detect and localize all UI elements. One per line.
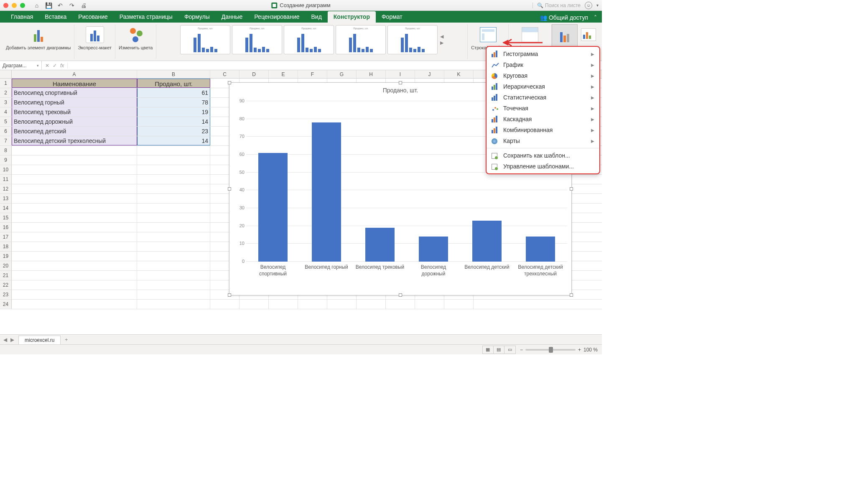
col-header[interactable]: F bbox=[298, 70, 327, 78]
resize-handle[interactable] bbox=[228, 293, 231, 297]
print-icon[interactable]: 🖨 bbox=[80, 2, 87, 9]
cell[interactable] bbox=[269, 300, 298, 309]
cell[interactable] bbox=[415, 300, 444, 309]
resize-handle[interactable] bbox=[399, 293, 402, 297]
col-header[interactable]: C bbox=[210, 70, 239, 78]
tab-вид[interactable]: Вид bbox=[306, 11, 328, 23]
tab-разметка страницы[interactable]: Разметка страницы bbox=[114, 11, 178, 23]
cell[interactable] bbox=[12, 232, 137, 242]
chart-style-thumb[interactable]: Продано, шт. bbox=[284, 25, 334, 54]
cell[interactable] bbox=[386, 300, 415, 309]
cell[interactable] bbox=[12, 290, 137, 299]
add-sheet-button[interactable]: + bbox=[61, 337, 72, 343]
resize-handle[interactable] bbox=[570, 187, 573, 191]
chart-style-thumb[interactable]: Продано, шт. bbox=[387, 25, 438, 54]
col-header[interactable]: I bbox=[386, 70, 415, 78]
tab-рисование[interactable]: Рисование bbox=[72, 11, 114, 23]
cell[interactable] bbox=[137, 290, 210, 299]
cell[interactable] bbox=[137, 280, 210, 290]
search-box[interactable]: 🔍 Поиск на листе bbox=[532, 3, 581, 8]
menu-item-histogram[interactable]: Гистограмма▶ bbox=[487, 48, 599, 59]
chart-bar[interactable] bbox=[472, 221, 502, 262]
cell[interactable] bbox=[298, 300, 327, 309]
cell[interactable] bbox=[327, 300, 357, 309]
quick-layout-button[interactable]: Экспресс-макет bbox=[74, 24, 115, 59]
name-box[interactable]: Диаграм...▾ bbox=[0, 61, 42, 70]
view-buttons[interactable]: ▦ ▤ ▭ bbox=[482, 346, 516, 354]
cell[interactable] bbox=[210, 300, 239, 309]
col-header[interactable]: E bbox=[269, 70, 298, 78]
cell[interactable] bbox=[12, 155, 137, 165]
col-header[interactable]: H bbox=[357, 70, 386, 78]
cell[interactable] bbox=[444, 300, 474, 309]
menu-item-manage-templates[interactable]: Управление шаблонами... bbox=[487, 161, 599, 172]
cell[interactable]: Велосипед спортивный bbox=[12, 88, 137, 97]
change-colors-button[interactable]: Изменить цвета bbox=[115, 24, 156, 59]
cell[interactable] bbox=[137, 223, 210, 232]
cell[interactable] bbox=[137, 252, 210, 261]
cell[interactable] bbox=[137, 175, 210, 184]
cancel-icon[interactable]: ✕ bbox=[45, 63, 49, 69]
sheet-tab[interactable]: microexcel.ru bbox=[18, 336, 61, 344]
cell[interactable] bbox=[12, 204, 137, 213]
cell[interactable]: 61 bbox=[137, 88, 210, 97]
zoom-slider[interactable] bbox=[525, 349, 576, 351]
redo-icon[interactable]: ↷ bbox=[69, 2, 75, 9]
add-chart-element-button[interactable]: Добавить элемент диаграммы bbox=[3, 24, 74, 59]
cell[interactable] bbox=[12, 271, 137, 280]
close-icon[interactable] bbox=[3, 3, 8, 8]
menu-item-map[interactable]: Карты▶ bbox=[487, 135, 599, 146]
cell[interactable] bbox=[137, 232, 210, 242]
zoom-value[interactable]: 100 % bbox=[583, 347, 598, 353]
menu-item-combo[interactable]: Комбинированная▶ bbox=[487, 125, 599, 135]
next-sheet-icon[interactable]: ▶ bbox=[10, 337, 14, 343]
col-header[interactable]: B bbox=[137, 70, 210, 78]
resize-handle[interactable] bbox=[399, 81, 402, 84]
chart-style-thumb[interactable]: Продано, шт. bbox=[180, 25, 230, 54]
chart-bar[interactable] bbox=[365, 228, 395, 262]
confirm-icon[interactable]: ✓ bbox=[53, 63, 57, 69]
cell[interactable] bbox=[12, 175, 137, 184]
cell[interactable] bbox=[137, 184, 210, 193]
cell[interactable] bbox=[12, 194, 137, 203]
tab-формат[interactable]: Формат bbox=[376, 11, 408, 23]
cell[interactable] bbox=[137, 300, 210, 309]
zoom-in-icon[interactable]: + bbox=[578, 347, 581, 353]
menu-item-stat[interactable]: Статистическая▶ bbox=[487, 92, 599, 103]
col-header[interactable]: A bbox=[12, 70, 137, 78]
cell[interactable] bbox=[12, 165, 137, 174]
tab-вставка[interactable]: Вставка bbox=[39, 11, 72, 23]
tab-данные[interactable]: Данные bbox=[216, 11, 249, 23]
home-icon[interactable]: ⌂ bbox=[33, 2, 40, 9]
cell[interactable] bbox=[12, 261, 137, 270]
col-header[interactable]: J bbox=[415, 70, 444, 78]
table-row[interactable]: 24 bbox=[0, 300, 602, 309]
cell[interactable] bbox=[137, 271, 210, 280]
cell[interactable] bbox=[137, 204, 210, 213]
cell[interactable] bbox=[12, 252, 137, 261]
cell[interactable]: Велосипед трековый bbox=[12, 107, 137, 117]
cell[interactable] bbox=[137, 155, 210, 165]
collapse-ribbon-icon[interactable]: ˄ bbox=[594, 14, 597, 21]
cell[interactable] bbox=[12, 223, 137, 232]
cell[interactable]: 19 bbox=[137, 107, 210, 117]
cell[interactable]: Велосипед дорожный bbox=[12, 117, 137, 126]
menu-item-save-template[interactable]: Сохранить как шаблон... bbox=[487, 150, 599, 161]
cell[interactable]: Наименование bbox=[12, 79, 137, 88]
page-break-icon[interactable]: ▭ bbox=[504, 346, 515, 354]
menu-item-waterfall[interactable]: Каскадная▶ bbox=[487, 114, 599, 125]
page-layout-icon[interactable]: ▤ bbox=[494, 346, 504, 354]
col-header[interactable]: G bbox=[327, 70, 357, 78]
share-button[interactable]: 👥 Общий доступ bbox=[540, 14, 588, 21]
cell[interactable] bbox=[12, 146, 137, 155]
cell[interactable] bbox=[12, 300, 137, 309]
prev-sheet-icon[interactable]: ◀ bbox=[3, 337, 7, 343]
chart-bar[interactable] bbox=[526, 237, 555, 262]
cell[interactable] bbox=[12, 184, 137, 193]
tab-рецензирование[interactable]: Рецензирование bbox=[248, 11, 305, 23]
tab-конструктор[interactable]: Конструктор bbox=[328, 11, 376, 23]
chart-bar[interactable] bbox=[312, 122, 341, 262]
cell[interactable] bbox=[357, 300, 386, 309]
cell[interactable] bbox=[12, 213, 137, 222]
menu-item-pie[interactable]: Круговая▶ bbox=[487, 70, 599, 81]
